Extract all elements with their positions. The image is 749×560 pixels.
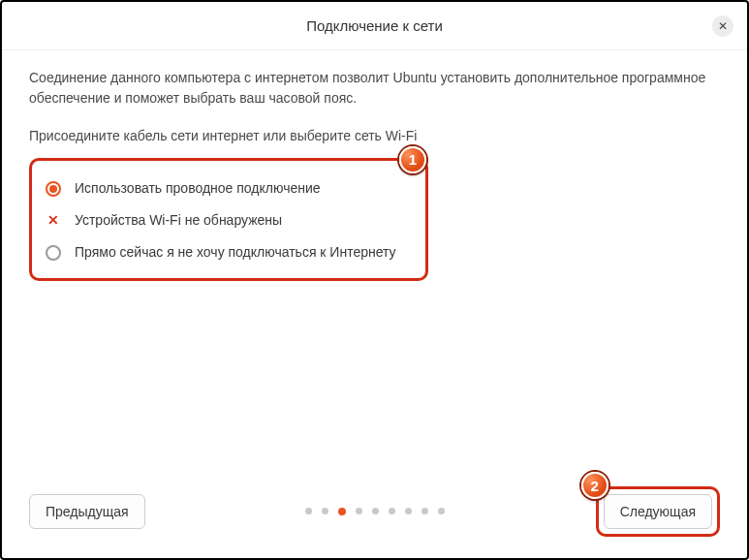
content-area: Соединение данного компьютера с интернет… [2, 50, 747, 281]
next-button-highlight: 2 Следующая [596, 486, 720, 537]
option-wired-label: Использовать проводное подключение [75, 178, 321, 199]
network-options-highlight: 1 Использовать проводное подключение ✕ У… [29, 158, 428, 281]
header-bar: Подключение к сети ✕ [2, 2, 747, 50]
close-button[interactable]: ✕ [712, 16, 733, 37]
progress-dot [405, 508, 412, 514]
next-button[interactable]: Следующая [604, 494, 712, 529]
callout-badge-2: 2 [581, 472, 609, 499]
progress-dot [438, 508, 445, 514]
callout-badge-1: 1 [399, 146, 426, 173]
radio-unselected-icon [46, 245, 61, 261]
option-wifi-none-label: Устройства Wi-Fi не обнаружены [75, 210, 282, 231]
progress-dot [305, 508, 312, 514]
progress-dot [421, 508, 428, 514]
close-icon: ✕ [718, 19, 728, 33]
option-wifi-none: ✕ Устройства Wi-Fi не обнаружены [46, 204, 412, 236]
progress-dots [305, 508, 445, 515]
progress-dot [322, 508, 328, 514]
option-no-connect-label: Прямо сейчас я не хочу подключаться к Ин… [75, 242, 396, 263]
prev-button[interactable]: Предыдущая [29, 494, 145, 529]
radio-selected-icon [46, 181, 61, 197]
progress-dot [338, 508, 346, 515]
prompt-text: Присоедините кабель сети интернет или вы… [29, 126, 720, 146]
option-wired[interactable]: Использовать проводное подключение [46, 172, 412, 204]
installer-window: Подключение к сети ✕ Соединение данного … [0, 0, 749, 560]
intro-text: Соединение данного компьютера с интернет… [29, 68, 720, 109]
progress-dot [389, 508, 395, 514]
progress-dot [356, 508, 362, 514]
progress-dot [372, 508, 379, 514]
page-title: Подключение к сети [306, 17, 443, 34]
error-x-icon: ✕ [46, 213, 61, 229]
option-no-connect[interactable]: Прямо сейчас я не хочу подключаться к Ин… [46, 236, 412, 268]
footer-bar: Предыдущая 2 Следующая [29, 486, 720, 537]
